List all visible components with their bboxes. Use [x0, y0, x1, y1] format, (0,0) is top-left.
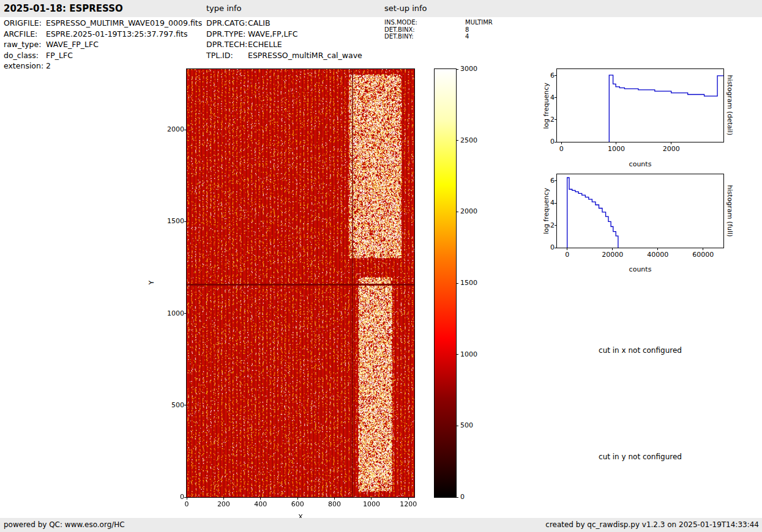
meta-row: DET.BINY:4 — [384, 33, 493, 40]
histogram_full-line — [557, 174, 723, 248]
tick-mark — [567, 248, 567, 250]
meta-row: DPR.TYPE:WAVE,FP,LFC — [206, 29, 362, 40]
tick-label: 0 — [460, 493, 487, 501]
tick-label: 1500 — [161, 217, 184, 225]
meta-value: 8 — [465, 26, 469, 34]
meta-value: WAVE,FP,LFC — [248, 29, 297, 40]
tick-label: 1000 — [460, 350, 487, 358]
tick-mark — [456, 140, 458, 141]
raw-image-plot: 0200400600800100012000500100015002000 — [186, 68, 415, 498]
meta-row: ARCFILE:ESPRE.2025-01-19T13:25:37.797.fi… — [4, 29, 202, 40]
meta-value: CALIB — [248, 18, 271, 29]
meta-row: DPR.TECH:ECHELLE — [206, 39, 362, 50]
tick-label: 20000 — [597, 251, 628, 259]
histogram-detail-yaxis-label: log frequency — [542, 78, 551, 133]
histogram-full-side-label: histogram (full) — [725, 180, 734, 242]
tick-mark — [371, 497, 372, 500]
meta-row: TPL.ID:ESPRESSO_multiMR_cal_wave — [206, 50, 362, 61]
tick-mark — [187, 497, 187, 500]
footer-created-by: created by qc_rawdisp.py v1.2.3 on 2025-… — [545, 518, 759, 532]
tick-label: 500 — [161, 401, 184, 409]
raw-image-canvas — [187, 69, 414, 497]
tick-label: 3000 — [460, 65, 487, 73]
meta-label: DET.BINX: — [384, 26, 465, 34]
meta-label: DPR.TECH: — [206, 39, 248, 50]
meta-value: ESPRE.2025-01-19T13:25:37.797.fits — [46, 29, 187, 40]
tick-label: 2000 — [460, 207, 487, 215]
tick-mark — [456, 212, 458, 212]
tick-label: 1000 — [601, 145, 632, 153]
tick-mark — [408, 497, 409, 500]
tick-label: 0 — [161, 493, 184, 501]
meta-label: DPR.TYPE: — [206, 29, 248, 40]
footer-bar: powered by QC: www.eso.org/HC created by… — [0, 518, 762, 532]
meta-value: 4 — [465, 33, 469, 40]
tick-label: 2500 — [460, 136, 487, 144]
setup-info-block: INS.MODE:MULTIMR DET.BINX:8 DET.BINY:4 — [384, 19, 493, 40]
tick-label: 0 — [531, 243, 555, 251]
setup-info-heading: set-up info — [384, 0, 427, 17]
header-bar: 2025-01-18: ESPRESSO type info set-up in… — [0, 0, 762, 17]
cut-in-y-note: cut in y not configured — [557, 453, 723, 461]
histogram-full-xaxis-label: counts — [556, 265, 724, 273]
tick-mark — [184, 313, 187, 314]
meta-value: 2 — [46, 61, 51, 72]
meta-value: ECHELLE — [248, 39, 282, 50]
histogram-full-plot: 02000040000600000246 — [556, 174, 724, 248]
meta-label: INS.MODE: — [384, 19, 465, 26]
meta-label: extension: — [4, 61, 46, 72]
meta-label: TPL.ID: — [206, 50, 248, 61]
tick-label: 600 — [282, 500, 313, 508]
tick-mark — [703, 248, 703, 250]
tick-mark — [456, 69, 458, 70]
tick-mark — [260, 497, 261, 500]
meta-value: ESPRESSO_multiMR_cal_wave — [248, 50, 362, 61]
tick-label: 0 — [171, 500, 202, 508]
tick-mark — [297, 497, 298, 500]
qc-report-page: 2025-01-18: ESPRESSO type info set-up in… — [0, 0, 762, 532]
meta-row: raw_type:WAVE_FP_LFC — [4, 39, 202, 50]
tick-label: 2000 — [161, 125, 184, 133]
colorbar: 050010001500200025003000 — [434, 68, 457, 498]
tick-mark — [616, 142, 616, 144]
meta-row: ORIGFILE:ESPRESSO_MULTIMR_WAVE019_0009.f… — [4, 18, 202, 29]
tick-mark — [184, 497, 187, 498]
type-info-block: DPR.CATG:CALIB DPR.TYPE:WAVE,FP,LFC DPR.… — [206, 18, 362, 61]
meta-label: ARCFILE: — [4, 29, 46, 40]
tick-mark — [612, 248, 613, 250]
raw-yaxis-label: Y — [148, 275, 156, 290]
tick-mark — [561, 142, 562, 144]
tick-label: 0 — [531, 138, 555, 146]
tick-label: 40000 — [643, 251, 673, 259]
meta-label: DPR.CATG: — [206, 18, 248, 29]
tick-mark — [334, 497, 335, 500]
tick-mark — [184, 221, 187, 222]
type-info-heading: type info — [206, 0, 242, 17]
meta-value: WAVE_FP_LFC — [46, 39, 99, 50]
meta-label: raw_type: — [4, 39, 46, 50]
tick-label: 200 — [208, 500, 239, 508]
tick-label: 1200 — [393, 500, 424, 508]
page-title: 2025-01-18: ESPRESSO — [4, 0, 123, 17]
tick-label: 1500 — [460, 279, 487, 287]
tick-mark — [456, 283, 458, 284]
tick-mark — [456, 497, 458, 498]
meta-row: extension:2 — [4, 61, 202, 72]
meta-label: ORIGFILE: — [4, 18, 46, 29]
histogram-detail-plot: 0100020000246 — [556, 68, 724, 142]
tick-label: 800 — [319, 500, 350, 508]
meta-row: DET.BINX:8 — [384, 26, 493, 34]
tick-label: 0 — [552, 251, 583, 259]
meta-value: FP_LFC — [46, 50, 73, 61]
histogram-detail-xaxis-label: counts — [556, 160, 724, 168]
meta-value: ESPRESSO_MULTIMR_WAVE019_0009.fits — [46, 18, 202, 29]
meta-label: do_class: — [4, 50, 46, 61]
tick-label: 500 — [460, 421, 487, 429]
tick-mark — [456, 426, 458, 426]
tick-mark — [456, 354, 458, 355]
tick-label: 1000 — [356, 500, 387, 508]
tick-label: 2000 — [656, 145, 687, 153]
histogram-full-yaxis-label: log frequency — [542, 183, 551, 238]
tick-label: 400 — [245, 500, 276, 508]
meta-row: DPR.CATG:CALIB — [206, 18, 362, 29]
